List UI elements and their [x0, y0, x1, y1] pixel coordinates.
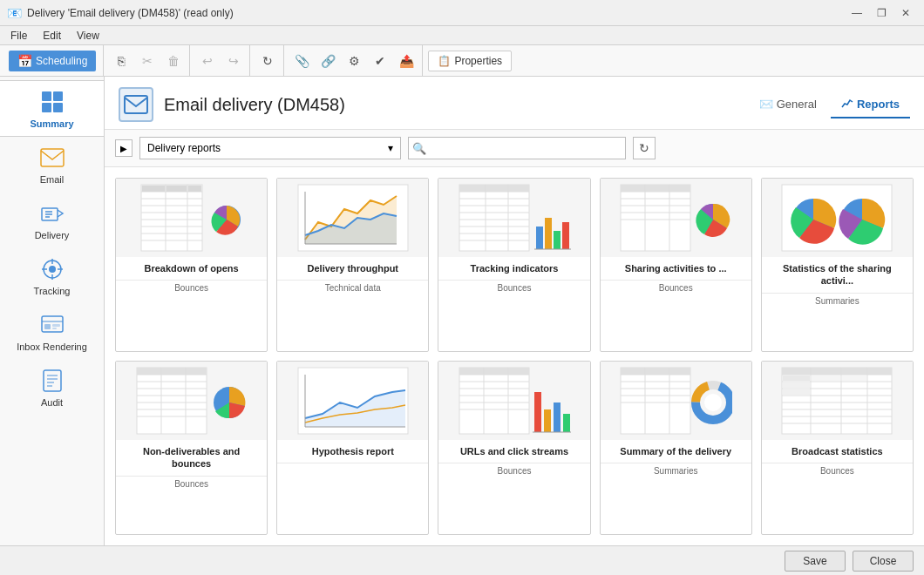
svg-rect-103: [563, 414, 570, 432]
content-header-icon: [119, 87, 153, 122]
report-card-sharing-activities[interactable]: Sharing activities to ... Bounces: [600, 178, 752, 352]
svg-rect-60: [562, 222, 569, 249]
report-thumbnail-tracking-indicators: [438, 179, 589, 257]
svg-rect-40: [188, 186, 201, 192]
menu-bar: File Edit View: [0, 26, 924, 45]
svg-rect-18: [52, 324, 60, 327]
svg-rect-135: [783, 389, 810, 395]
close-button[interactable]: ✕: [894, 4, 917, 22]
report-thumbnail-delivery-throughput: [277, 179, 428, 257]
scheduling-label: Scheduling: [36, 55, 87, 67]
toolbar-refresh-section: ↻: [252, 45, 284, 76]
sidebar-item-summary[interactable]: Summary: [0, 80, 104, 137]
copy-button[interactable]: ⎘: [109, 49, 133, 73]
sidebar-tracking-label: Tracking: [34, 286, 71, 296]
app-icon: 📧: [7, 6, 22, 20]
report-card-non-deliverables[interactable]: Non-deliverables and bounces Bounces: [115, 361, 268, 535]
window-title: Delivery 'Email delivery (DM458)' (read …: [27, 7, 234, 19]
settings-button[interactable]: ⚙: [342, 49, 366, 73]
inbox-rendering-icon: [38, 311, 66, 339]
svg-rect-119: [782, 368, 892, 375]
report-thumbnail-urls-click-streams: [438, 362, 589, 440]
report-thumbnail-hypothesis-report: [277, 362, 428, 440]
search-icon: 🔍: [412, 142, 426, 155]
restore-button[interactable]: ❐: [870, 4, 893, 22]
svg-rect-4: [41, 149, 64, 166]
scheduling-tab[interactable]: 📅 Scheduling: [9, 51, 96, 71]
minimize-button[interactable]: —: [846, 4, 868, 22]
report-card-delivery-throughput[interactable]: Delivery throughput Technical data: [276, 178, 429, 352]
bottom-bar: Save Close: [0, 545, 924, 575]
link-button[interactable]: 🔗: [316, 49, 340, 73]
sidebar-delivery-label: Delivery: [35, 230, 70, 240]
scheduling-icon: 📅: [17, 54, 32, 68]
report-badge-non-deliverables: Bounces: [116, 476, 267, 493]
report-badge-hypothesis-report: [277, 463, 428, 477]
report-title-tracking-indicators: Tracking indicators: [438, 257, 589, 276]
refresh-button[interactable]: ↻: [255, 49, 280, 73]
tab-general[interactable]: ✉️ General: [749, 92, 827, 118]
report-card-broadcast-statistics[interactable]: Broadcast statistics Bounces: [761, 361, 914, 535]
sidebar-audit-label: Audit: [41, 397, 63, 408]
reports-refresh-button[interactable]: ↻: [633, 137, 656, 159]
expand-button[interactable]: ▶: [115, 139, 132, 157]
report-thumbnail-summary-delivery: [601, 362, 751, 440]
sidebar-item-audit[interactable]: Audit: [0, 360, 104, 416]
toolbar-edit-section: ⎘ ✂ 🗑: [105, 45, 190, 76]
properties-icon: 📋: [438, 55, 451, 67]
svg-rect-63: [621, 185, 690, 192]
properties-button[interactable]: 📋 Properties: [428, 51, 512, 71]
svg-rect-105: [621, 368, 690, 434]
svg-point-10: [49, 266, 56, 273]
report-card-hypothesis-report[interactable]: Hypothesis report: [276, 361, 429, 535]
report-card-breakdown-opens[interactable]: Breakdown of opens Bounces: [115, 178, 268, 352]
close-button[interactable]: Close: [853, 551, 914, 572]
tab-reports[interactable]: Reports: [831, 91, 910, 118]
general-tab-label: General: [777, 98, 817, 111]
window-controls: — ❐ ✕: [846, 4, 917, 22]
report-card-summary-delivery[interactable]: Summary of the delivery Summaries: [600, 361, 752, 535]
svg-rect-134: [783, 382, 810, 388]
sidebar-item-email[interactable]: Email: [0, 137, 104, 193]
search-input[interactable]: [426, 142, 622, 154]
svg-rect-20: [44, 370, 61, 391]
summary-icon: [38, 88, 66, 116]
delivery-reports-dropdown[interactable]: Delivery reports ▾: [139, 137, 401, 159]
main-layout: Summary Email Delivery: [0, 77, 924, 545]
sidebar-item-tracking[interactable]: Tracking: [0, 248, 104, 304]
reports-grid: Breakdown of opens Bounces Deli: [105, 167, 924, 545]
report-card-statistics-sharing[interactable]: Statistics of the sharing activi... Summ…: [761, 178, 914, 352]
report-card-urls-click-streams[interactable]: URLs and click streams Bounces: [438, 361, 590, 535]
approve-button[interactable]: ✔: [368, 49, 392, 73]
svg-rect-131: [783, 375, 810, 381]
svg-rect-26: [141, 185, 202, 251]
menu-view[interactable]: View: [70, 28, 106, 44]
svg-rect-1: [53, 91, 63, 101]
report-title-non-deliverables: Non-deliverables and bounces: [116, 440, 267, 472]
sidebar-item-inbox-rendering[interactable]: Inbox Rendering: [0, 304, 104, 360]
toolbar-undo-section: ↩ ↪: [192, 45, 250, 76]
sidebar-summary-label: Summary: [30, 118, 73, 129]
content-area: Email delivery (DM458) ✉️ General Report…: [105, 77, 924, 545]
send-button[interactable]: 📤: [394, 49, 418, 73]
save-button[interactable]: Save: [785, 551, 846, 572]
menu-file[interactable]: File: [3, 28, 34, 44]
report-title-urls-click-streams: URLs and click streams: [438, 440, 589, 459]
email-icon: [38, 144, 66, 172]
sidebar-item-delivery[interactable]: Delivery: [0, 193, 104, 248]
toolbar-properties-section: 📋 Properties: [425, 45, 515, 76]
svg-rect-3: [53, 103, 63, 112]
report-title-broadcast-statistics: Broadcast statistics: [762, 440, 913, 459]
sidebar-email-label: Email: [40, 174, 65, 185]
svg-rect-75: [137, 368, 207, 434]
attach-button[interactable]: 📎: [289, 49, 314, 73]
report-title-statistics-sharing: Statistics of the sharing activi...: [762, 257, 913, 289]
redo-button: ↪: [221, 49, 246, 73]
content-header: Email delivery (DM458) ✉️ General Report…: [105, 77, 924, 130]
properties-label: Properties: [454, 55, 502, 67]
menu-edit[interactable]: Edit: [36, 28, 68, 44]
svg-rect-45: [459, 185, 529, 251]
delete-button: 🗑: [161, 49, 186, 73]
report-card-tracking-indicators[interactable]: Tracking indicators Bounces: [438, 178, 590, 352]
report-badge-sharing-activities: Bounces: [601, 280, 751, 297]
